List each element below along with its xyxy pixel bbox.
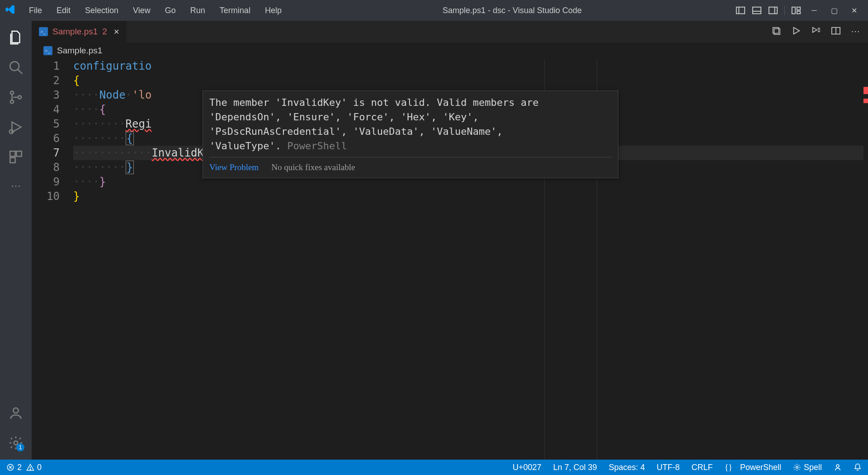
run-selection-icon[interactable]: [811, 26, 821, 38]
breadcrumb-file: Sample.ps1: [57, 46, 102, 56]
hover-message: The member 'InvalidKey' is not valid. Va…: [209, 95, 612, 153]
editor-area: >_ Sample.ps1 2 ✕ ⋯ >_ Sample.ps1 1: [32, 21, 868, 460]
svg-point-39: [796, 466, 798, 469]
svg-point-19: [13, 408, 18, 413]
status-cursor-position[interactable]: Ln 7, Col 39: [553, 463, 597, 472]
tab-problem-count: 2: [102, 27, 107, 37]
titlebar: File Edit Selection View Go Run Terminal…: [0, 0, 868, 21]
svg-text:>_: >_: [40, 29, 46, 34]
close-icon[interactable]: ✕: [847, 6, 861, 15]
extensions-icon[interactable]: [8, 149, 24, 165]
run-icon[interactable]: [791, 26, 801, 38]
status-warnings[interactable]: 0: [26, 463, 42, 472]
menu-help[interactable]: Help: [258, 3, 289, 18]
tab-close-icon[interactable]: ✕: [113, 28, 119, 36]
window-title: Sample.ps1 - dsc - Visual Studio Code: [289, 6, 736, 15]
minimize-icon[interactable]: ─: [807, 6, 821, 14]
status-indent[interactable]: Spaces: 4: [609, 463, 645, 472]
svg-rect-8: [797, 11, 800, 14]
svg-text:>_: >_: [45, 48, 50, 53]
overview-ruler[interactable]: [863, 59, 868, 460]
save-all-icon[interactable]: [771, 26, 781, 38]
menu-view[interactable]: View: [126, 3, 158, 18]
tab-label: Sample.ps1: [52, 27, 98, 37]
status-errors[interactable]: 2: [6, 463, 22, 472]
editor-actions: ⋯: [771, 26, 868, 38]
search-icon[interactable]: [8, 60, 24, 75]
svg-marker-26: [813, 27, 817, 32]
powershell-file-icon: >_: [39, 27, 48, 36]
toggle-secondary-sidebar-icon[interactable]: [768, 5, 778, 15]
tab-sample[interactable]: >_ Sample.ps1 2 ✕: [32, 21, 127, 43]
status-bar: 2 0 U+0027 Ln 7, Col 39 Spaces: 4 UTF-8 …: [0, 460, 868, 475]
settings-gear-icon[interactable]: 1: [8, 435, 24, 451]
svg-point-11: [10, 91, 14, 95]
maximize-icon[interactable]: ▢: [827, 6, 841, 15]
more-icon[interactable]: ⋯: [8, 179, 24, 195]
menu-run[interactable]: Run: [183, 3, 212, 18]
accounts-icon[interactable]: [8, 405, 24, 421]
svg-rect-2: [753, 7, 761, 14]
svg-point-12: [10, 100, 14, 103]
vscode-logo-icon: [5, 4, 15, 17]
menu-bar: File Edit Selection View Go Run Terminal…: [22, 3, 289, 18]
status-bell-icon[interactable]: [854, 463, 862, 471]
run-debug-icon[interactable]: [8, 119, 24, 135]
menu-selection[interactable]: Selection: [78, 3, 126, 18]
line-gutter: 1 2 3 4 5 6 7 8 9 10: [32, 59, 73, 460]
status-spell[interactable]: Spell: [793, 463, 822, 472]
status-encoding[interactable]: UTF-8: [657, 463, 680, 472]
error-marker[interactable]: [863, 99, 868, 103]
svg-rect-0: [736, 7, 745, 14]
toggle-primary-sidebar-icon[interactable]: [736, 5, 745, 15]
tab-row: >_ Sample.ps1 2 ✕ ⋯: [32, 21, 868, 43]
activity-bar: ⋯ 1: [0, 21, 32, 460]
menu-edit[interactable]: Edit: [49, 3, 78, 18]
separator: [784, 6, 785, 15]
status-eol[interactable]: CRLF: [692, 463, 713, 472]
status-codepoint[interactable]: U+0027: [513, 463, 542, 472]
svg-rect-18: [10, 157, 15, 162]
more-actions-icon[interactable]: ⋯: [851, 26, 860, 38]
view-problem-link[interactable]: View Problem: [209, 161, 259, 174]
svg-point-9: [10, 62, 19, 71]
status-feedback-icon[interactable]: [834, 463, 842, 471]
svg-rect-17: [16, 151, 21, 156]
menu-file[interactable]: File: [22, 3, 49, 18]
toggle-panel-icon[interactable]: [752, 5, 762, 15]
error-marker[interactable]: [863, 87, 868, 94]
svg-rect-4: [769, 7, 777, 14]
svg-point-40: [836, 465, 839, 467]
explorer-icon[interactable]: [8, 30, 24, 45]
svg-rect-24: [774, 28, 780, 34]
problem-hover: The member 'InvalidKey' is not valid. Va…: [203, 90, 618, 178]
svg-line-10: [18, 69, 22, 74]
titlebar-right: ─ ▢ ✕: [736, 5, 861, 15]
no-quick-fix-label: No quick fixes available: [271, 161, 355, 174]
source-control-icon[interactable]: [8, 90, 24, 105]
svg-rect-23: [773, 27, 779, 33]
menu-go[interactable]: Go: [158, 3, 183, 18]
svg-point-38: [30, 469, 31, 470]
status-language[interactable]: {} PowerShell: [725, 463, 781, 472]
settings-badge: 1: [16, 443, 24, 451]
svg-point-13: [18, 95, 21, 99]
svg-rect-7: [797, 7, 800, 10]
breadcrumb[interactable]: >_ Sample.ps1: [32, 43, 868, 59]
powershell-file-icon: >_: [43, 46, 52, 55]
menu-terminal[interactable]: Terminal: [212, 3, 258, 18]
svg-marker-25: [794, 27, 800, 34]
customize-layout-icon[interactable]: [791, 5, 801, 15]
svg-rect-6: [792, 7, 795, 14]
svg-rect-16: [10, 151, 15, 156]
split-editor-icon[interactable]: [831, 26, 841, 38]
